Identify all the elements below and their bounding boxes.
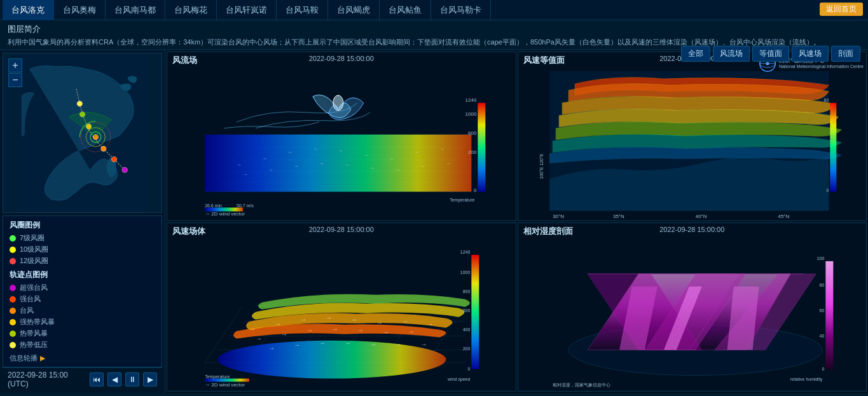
svg-text:→: →: [256, 334, 262, 341]
legend-label-12: 12级风圈: [20, 256, 48, 266]
svg-text:→: →: [319, 161, 324, 167]
svg-text:→: →: [351, 315, 357, 322]
svg-rect-54: [205, 208, 243, 212]
nav-tab-maanshan[interactable]: 台风马鞍: [277, 0, 328, 20]
broadcast-label: 信息轮播: [10, 353, 38, 363]
svg-text:→: →: [421, 340, 427, 347]
svg-text:→: →: [275, 320, 281, 327]
svg-text:200: 200: [468, 149, 477, 155]
svg-text:→: →: [281, 330, 287, 337]
svg-text:→: →: [268, 167, 273, 173]
svg-text:→: →: [307, 326, 313, 333]
svg-text:→: →: [319, 339, 326, 346]
top-navigation: 台风洛克 台风奥梅 台风南马都 台风梅花 台风轩岚诺 台风马鞍 台风蝎虎 台风鲇…: [0, 0, 868, 20]
nav-tab-meihua[interactable]: 台风梅花: [165, 0, 217, 20]
legend-12-circle: 12级风圈: [10, 256, 155, 266]
nav-tab-aomei[interactable]: 台风奥梅: [54, 0, 106, 20]
svg-rect-68: [830, 103, 836, 192]
legend-label-7: 7级风圈: [20, 233, 45, 243]
wind-stream-time: 2022-09-28 15:00:00: [309, 55, 374, 62]
svg-text:wind speed: wind speed: [447, 376, 470, 381]
legend-dot-10: [10, 247, 16, 253]
legend-label-10: 10级风圈: [20, 245, 48, 254]
svg-text:相对湿度，国家气象信息中心: 相对湿度，国家气象信息中心: [553, 383, 610, 388]
view-btn-all[interactable]: 全部: [681, 46, 710, 62]
nav-tab-biyu[interactable]: 台风鲇鱼: [380, 0, 431, 20]
wind-speed-isosurface-title: 风速等值面: [523, 55, 565, 66]
svg-text:→: →: [408, 327, 415, 334]
nav-tab-xuannuo[interactable]: 台风轩岚诺: [217, 0, 277, 20]
wind-volume-canvas[interactable]: →→ →→ →→ →→ →→ →→ →→ → →→ →→ →→ → 1240 1…: [167, 223, 516, 392]
zoom-out-button[interactable]: −: [8, 73, 22, 87]
svg-rect-106: [471, 254, 479, 369]
nav-tab-nanmadu[interactable]: 台风南马都: [106, 0, 165, 20]
svg-text:100°E 120°E: 100°E 120°E: [539, 153, 544, 179]
legend-dot-storm: [10, 319, 16, 325]
legend-dot-12: [10, 258, 16, 264]
svg-point-83: [217, 340, 446, 378]
wind-stream-title: 风流场: [172, 55, 197, 66]
svg-text:600: 600: [463, 308, 471, 312]
time-next-button[interactable]: ▶: [143, 372, 157, 386]
svg-text:→: →: [364, 153, 369, 158]
svg-text:60: 60: [819, 308, 824, 312]
wind-speed-isosurface-panel: 风速等值面 2022-09-28 15:00:00 国家气象信息中心 Natio…: [518, 51, 867, 221]
svg-text:→: →: [396, 167, 401, 173]
svg-text:800: 800: [463, 289, 471, 293]
wind-stream-canvas[interactable]: →→ →→ →→ →→ →→ →→ →→ →→ →→: [167, 52, 516, 221]
svg-text:Temperature: Temperature: [205, 374, 230, 379]
svg-text:→: →: [370, 165, 375, 171]
zoom-in-button[interactable]: +: [8, 58, 22, 72]
svg-text:0: 0: [474, 188, 477, 193]
legend-strong-storm: 强热带风暴: [10, 317, 155, 327]
svg-text:→: →: [376, 318, 383, 325]
legend-dot-tropical: [10, 331, 16, 337]
nmc-name-line2: National Meteorological Information Cent…: [779, 64, 864, 69]
svg-text:30°N: 30°N: [553, 214, 564, 220]
svg-text:→: →: [389, 156, 394, 161]
view-btn-isosurface[interactable]: 等值面: [752, 46, 789, 62]
svg-point-45: [333, 95, 343, 111]
svg-text:→: →: [287, 149, 293, 155]
svg-rect-46: [478, 103, 485, 192]
info-wrapper: 图层简介 利用中国气象局的再分析资料CRA（全球，空间分辨率：34km）可渲染台…: [0, 20, 868, 50]
nav-tab-meidu[interactable]: 台风蝎虎: [328, 0, 380, 20]
info-broadcast[interactable]: 信息轮播 ▶: [10, 353, 155, 363]
svg-text:→: →: [446, 161, 451, 167]
svg-text:→: →: [357, 326, 364, 333]
svg-text:1240: 1240: [460, 249, 471, 254]
svg-text:→: →: [415, 149, 420, 155]
map-svg: [3, 53, 162, 212]
svg-text:→: →: [332, 325, 338, 332]
time-prev-button[interactable]: ◀: [107, 372, 121, 386]
svg-text:1000: 1000: [465, 111, 477, 117]
legend-tropical-storm: 热带风暴: [10, 329, 155, 338]
legend-label-super: 超强台风: [20, 283, 48, 292]
wind-stream-panel: 风流场 2022-09-28 15:00:00: [167, 51, 516, 221]
svg-text:50.7 m/s: 50.7 m/s: [237, 203, 254, 208]
view-btn-wind-speed[interactable]: 风速场: [792, 46, 829, 62]
svg-text:400: 400: [463, 327, 471, 331]
time-pause-button[interactable]: ⏸: [125, 372, 139, 386]
nav-tab-malakas[interactable]: 台风马勒卡: [431, 0, 491, 20]
wind-speed-volume-title: 风速场体: [172, 226, 205, 237]
return-home-button[interactable]: 返回首页: [820, 3, 863, 16]
legend-dot-strong: [10, 296, 16, 303]
humidity-canvas[interactable]: 100 80 60 40 0 relative humidity 相对湿度，国家…: [518, 223, 867, 392]
info-bar-title: 图层简介: [8, 23, 860, 36]
svg-text:→: →: [421, 163, 426, 169]
nav-tab-luoke[interactable]: 台风洛克: [3, 0, 54, 20]
map-area[interactable]: + −: [3, 53, 162, 213]
svg-text:200: 200: [463, 346, 471, 350]
svg-point-3: [111, 157, 116, 162]
legend-panel: 风圈图例 7级风圈 10级风圈 12级风圈 轨迹点图例 超强台风: [3, 215, 162, 367]
svg-text:→: →: [300, 315, 307, 322]
svg-rect-116: [205, 378, 249, 381]
time-bar: 2022-09-28 15:00 (UTC) ⏮ ◀ ⏸ ▶: [3, 367, 162, 390]
svg-text:45°N: 45°N: [778, 214, 789, 220]
legend-strong-typhoon: 强台风: [10, 294, 155, 304]
view-btn-cross-section[interactable]: 剖面: [831, 46, 860, 62]
wind-isosurface-canvas[interactable]: 30°N 35°N 40°N 45°N 100°E 120°E 80 0: [518, 52, 867, 221]
view-btn-wind-stream[interactable]: 风流场: [713, 46, 750, 62]
time-first-button[interactable]: ⏮: [90, 372, 104, 386]
